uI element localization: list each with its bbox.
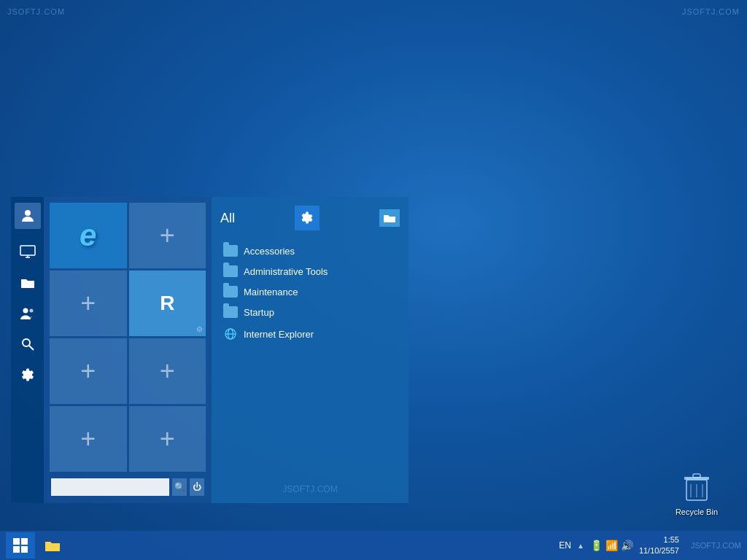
svg-line-13 <box>29 346 34 350</box>
startup-folder-icon <box>223 306 238 318</box>
search-input[interactable] <box>51 478 169 496</box>
apps-panel-watermark: JSOFTJ.COM <box>220 470 400 494</box>
taskbar-date: 11/10/2557 <box>639 545 679 556</box>
watermark-top-right: JSOFTJ.COM <box>682 7 740 16</box>
tile-internet-explorer[interactable]: e <box>50 203 127 268</box>
svg-point-12 <box>23 339 30 346</box>
svg-point-6 <box>25 210 31 216</box>
search-button[interactable]: 🔍 <box>172 478 187 496</box>
svg-rect-18 <box>21 538 28 545</box>
watermark-top-left: JSOFTJ.COM <box>7 7 65 16</box>
app-item-maintenance[interactable]: Maintenance <box>220 281 400 302</box>
app-label-accessories: Accessories <box>244 246 295 257</box>
revo-logo: R <box>160 292 174 315</box>
tile-plus-4: + <box>160 356 175 386</box>
app-label-administrative-tools: Administrative Tools <box>244 266 328 277</box>
sidebar-folder-icon[interactable] <box>15 270 41 296</box>
apps-settings-button[interactable] <box>295 206 320 230</box>
tile-empty-1[interactable]: + <box>129 203 206 268</box>
tile-empty-5[interactable]: + <box>50 406 127 472</box>
recycle-bin[interactable]: Recycle Bin <box>676 470 718 516</box>
taskbar-watermark: JSOFTJ.COM <box>691 541 741 550</box>
svg-rect-20 <box>21 546 28 553</box>
apps-panel-title: All <box>220 211 235 226</box>
app-item-internet-explorer[interactable]: Internet Explorer <box>220 322 400 346</box>
svg-point-11 <box>29 309 33 313</box>
apps-panel: All Accessories <box>212 197 409 503</box>
svg-rect-17 <box>13 538 20 545</box>
taskbar: EN ▲ 🔋 📶 🔊 1:55 11/10/2557 JSOFTJ.COM <box>0 531 747 560</box>
tile-empty-3[interactable]: + <box>50 338 127 404</box>
svg-rect-7 <box>20 246 35 255</box>
sidebar-group-icon[interactable] <box>15 300 41 327</box>
taskbar-language: EN <box>559 540 571 551</box>
maintenance-folder-icon <box>223 286 238 298</box>
power-button[interactable]: ⏻ <box>190 478 204 496</box>
tile-plus-5: + <box>80 424 96 454</box>
signal-icon: 📶 <box>605 540 618 551</box>
sidebar-user-icon[interactable] <box>15 203 41 229</box>
tile-revo-uninstaller[interactable]: R ⚙ <box>129 271 206 336</box>
tile-empty-4[interactable]: + <box>129 338 206 404</box>
app-item-accessories[interactable]: Accessories <box>220 241 400 261</box>
start-menu: e + + R ⚙ + + <box>11 197 427 503</box>
svg-rect-19 <box>13 546 20 553</box>
recycle-bin-label: Recycle Bin <box>676 508 718 516</box>
tiles-row-4: + + <box>50 406 206 472</box>
taskbar-right-area: EN ▲ 🔋 📶 🔊 1:55 11/10/2557 JSOFTJ.COM <box>559 534 741 557</box>
tile-empty-2[interactable]: + <box>50 271 127 336</box>
tiles-search-bar: 🔍 ⏻ <box>50 477 206 497</box>
revo-gear-icon: ⚙ <box>196 325 203 333</box>
apps-list: Accessories Administrative Tools Mainten… <box>220 241 400 346</box>
taskbar-chevron-icon: ▲ <box>577 542 584 550</box>
taskbar-system-icons: 🔋 📶 🔊 <box>590 540 633 551</box>
speaker-icon: 🔊 <box>621 540 633 551</box>
apps-header: All <box>220 206 400 230</box>
taskbar-time: 1:55 <box>639 534 679 545</box>
tile-plus-2: + <box>80 288 96 319</box>
ie-app-icon <box>223 327 238 341</box>
svg-rect-5 <box>693 474 700 478</box>
admin-tools-folder-icon <box>223 265 238 277</box>
tile-empty-6[interactable]: + <box>129 406 206 472</box>
svg-point-10 <box>23 308 28 314</box>
app-label-maintenance: Maintenance <box>244 287 298 298</box>
tiles-row-2: + R ⚙ <box>50 271 206 336</box>
desktop: JSOFTJ.COM JSOFTJ.COM Recycle Bin <box>0 0 747 560</box>
tile-plus-6: + <box>160 424 175 454</box>
accessories-folder-icon <box>223 245 238 257</box>
battery-icon: 🔋 <box>590 540 603 551</box>
taskbar-clock[interactable]: 1:55 11/10/2557 <box>639 534 679 557</box>
tile-plus-1: + <box>160 220 175 251</box>
taskbar-start-button[interactable] <box>6 532 35 559</box>
tiles-row-3: + + <box>50 338 206 404</box>
app-label-startup: Startup <box>244 307 274 318</box>
app-item-administrative-tools[interactable]: Administrative Tools <box>220 261 400 281</box>
sidebar-search-icon[interactable] <box>15 331 41 357</box>
sidebar-monitor-icon[interactable] <box>15 239 41 265</box>
apps-folder-button[interactable] <box>379 209 400 227</box>
app-item-startup[interactable]: Startup <box>220 302 400 322</box>
taskbar-file-explorer[interactable] <box>38 532 67 559</box>
tiles-area: e + + R ⚙ + + <box>44 197 212 503</box>
start-sidebar <box>11 197 44 503</box>
tiles-row-1: e + <box>50 203 206 268</box>
sidebar-settings-icon[interactable] <box>15 362 41 388</box>
ie-logo: e <box>80 218 96 253</box>
tile-plus-3: + <box>80 356 96 386</box>
recycle-bin-icon <box>679 470 714 505</box>
app-label-internet-explorer: Internet Explorer <box>244 329 314 340</box>
